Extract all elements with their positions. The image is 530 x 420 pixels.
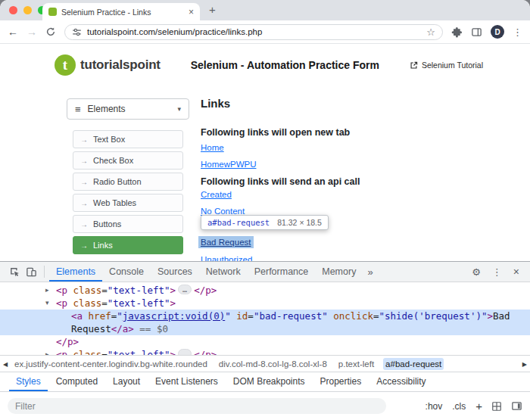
code-token	[67, 297, 73, 309]
browser-menu-icon[interactable]: ⋮	[513, 27, 522, 37]
devtools-menu-icon[interactable]: ⋮	[492, 266, 502, 278]
tab-layout[interactable]: Layout	[106, 372, 147, 391]
arrow-right-icon: →	[80, 199, 88, 207]
expand-arrow-icon[interactable]: ▸	[45, 284, 49, 297]
tab-properties[interactable]: Properties	[313, 372, 369, 391]
dom-tree-node[interactable]: ▾<p class="text-left">	[0, 297, 530, 310]
omnibox[interactable]: tutorialspoint.com/selenium/practice/lin…	[64, 24, 443, 40]
breadcrumb-item[interactable]: p.text-left	[336, 358, 376, 370]
tab-memory[interactable]: Memory	[315, 262, 363, 282]
reload-icon[interactable]	[45, 26, 56, 37]
devtools-close-icon[interactable]: ×	[513, 266, 519, 278]
inspect-element-icon[interactable]	[6, 263, 23, 280]
more-tabs-icon[interactable]: »	[363, 266, 377, 278]
tooltip-selector: a#bad-request	[207, 218, 270, 227]
close-window-button[interactable]	[9, 6, 17, 14]
new-style-rule-button[interactable]: +	[475, 400, 482, 412]
code-token: >	[170, 349, 176, 355]
bookmark-star-icon[interactable]: ☆	[426, 27, 435, 37]
breadcrumb-scroll-left-icon[interactable]: ◀	[3, 361, 8, 368]
link-home[interactable]: Home	[201, 142, 224, 153]
arrow-right-icon: →	[80, 220, 88, 229]
dom-tree-node[interactable]: ▸<p class="text-left">…</p>	[0, 348, 530, 355]
tab-console[interactable]: Console	[102, 262, 151, 282]
hov-toggle[interactable]: :hov	[426, 401, 443, 412]
new-tab-links-list: HomeHomewPWPU	[201, 136, 256, 170]
link-bad-request[interactable]: Bad Request	[198, 236, 254, 248]
tab-sources[interactable]: Sources	[151, 262, 199, 282]
chevron-down-icon: ▾	[177, 105, 181, 113]
code-token: class	[73, 349, 102, 355]
sidebar-header[interactable]: ≡ Elements ▾	[67, 98, 189, 120]
tab-computed[interactable]: Computed	[49, 372, 104, 391]
sidebar-item-radio-button[interactable]: → Radio Button	[73, 173, 183, 191]
browser-tab[interactable]: Selenium Practice - Links ×	[42, 3, 200, 20]
minimize-window-button[interactable]	[23, 6, 32, 14]
expand-arrow-icon[interactable]: ▸	[45, 348, 49, 355]
link-unauthorized[interactable]: Unauthorized	[201, 254, 252, 261]
settings-gear-icon[interactable]: ⚙	[472, 266, 481, 278]
sidebar-item-check-box[interactable]: → Check Box	[73, 151, 183, 170]
grid-icon[interactable]	[491, 401, 502, 412]
filter-input[interactable]	[8, 398, 386, 414]
inline-expand-icon[interactable]: …	[178, 285, 192, 294]
tab-close-icon[interactable]: ×	[189, 8, 194, 17]
link-created[interactable]: Created	[201, 189, 232, 200]
back-icon[interactable]: ←	[8, 26, 18, 37]
device-toolbar-icon[interactable]	[23, 263, 39, 280]
breadcrumb-scroll-right-icon[interactable]: ▶	[522, 361, 527, 368]
tab-network[interactable]: Network	[199, 262, 248, 282]
code-token	[83, 310, 89, 322]
sidebar-item-web-tables[interactable]: → Web Tables	[73, 194, 183, 212]
profile-avatar[interactable]: D	[491, 25, 504, 39]
tab-styles[interactable]: Styles	[9, 372, 48, 391]
breadcrumb-item[interactable]: ex.justify-content-center.logindiv.bg-wh…	[12, 358, 210, 370]
sidebar-header-label: Elements	[88, 104, 126, 114]
code-token: "	[225, 310, 231, 322]
breadcrumb-item[interactable]: a#bad-request	[383, 358, 444, 370]
links-content: Links Following links will open new tab …	[201, 97, 504, 261]
sidebar-item-label: Web Tables	[93, 198, 136, 207]
styles-pane-tabs: StylesComputedLayoutEvent ListenersDOM B…	[0, 372, 530, 391]
dom-tree-node[interactable]: ▸<p class="text-left">…</p>	[0, 284, 530, 297]
tune-icon[interactable]	[72, 27, 82, 37]
code-token: "text-left"	[108, 285, 170, 296]
selenium-tutorial-link[interactable]: Selenium Tutorial	[410, 61, 483, 70]
styles-toolbar-buttons: :hov.cls+	[426, 400, 482, 412]
extensions-puzzle-icon[interactable]	[451, 26, 463, 38]
code-token: =	[101, 285, 108, 296]
code-token: </p>	[194, 349, 217, 355]
arrow-right-icon: →	[80, 157, 88, 165]
collapse-arrow-icon[interactable]: ▾	[45, 297, 49, 310]
dom-tree-node[interactable]: </p>	[0, 335, 530, 348]
arrow-right-icon: →	[80, 135, 88, 144]
page-content: t tutorialspoint Selenium - Automation P…	[0, 44, 530, 261]
forward-icon[interactable]: →	[26, 26, 37, 37]
code-token: ==	[134, 323, 157, 334]
sidebar-item-label: Check Box	[93, 156, 133, 165]
code-token: =	[101, 297, 108, 309]
tab-accessibility[interactable]: Accessibility	[369, 372, 432, 391]
site-header: t tutorialspoint Selenium - Automation P…	[0, 48, 530, 82]
side-panel-icon[interactable]	[471, 26, 482, 38]
sidebar-item-buttons[interactable]: → Buttons	[73, 215, 183, 233]
dom-tree-node[interactable]: <a href="javascript:void(0)" id="bad-req…	[0, 310, 530, 335]
breadcrumb-list: ex.justify-content-center.logindiv.bg-wh…	[12, 358, 444, 370]
tab-dom-breakpoints[interactable]: DOM Breakpoints	[226, 372, 312, 391]
inline-expand-icon[interactable]: …	[178, 349, 192, 355]
tab-event-listeners[interactable]: Event Listeners	[148, 372, 225, 391]
tab-elements[interactable]: Elements	[49, 262, 102, 282]
new-tab-button[interactable]: +	[209, 3, 216, 16]
tab-performance[interactable]: Performance	[248, 262, 316, 282]
link-homewpwpu[interactable]: HomewPWPU	[201, 159, 256, 170]
sidebar-item-links[interactable]: → Links	[73, 236, 183, 254]
code-token: =	[248, 310, 254, 322]
breadcrumb-item[interactable]: div.col-md-8.col-lg-8.col-xl-8	[217, 358, 329, 370]
code-token: "	[117, 310, 123, 322]
inspect-tooltip: a#bad-request 81.32 × 18.5	[201, 215, 329, 230]
sidebar-panel-icon[interactable]	[511, 400, 522, 412]
cls-toggle[interactable]: .cls	[452, 401, 466, 412]
sidebar-item-text-box[interactable]: → Text Box	[73, 130, 183, 148]
code-token: >	[170, 297, 176, 309]
code-token: <p	[56, 349, 67, 355]
